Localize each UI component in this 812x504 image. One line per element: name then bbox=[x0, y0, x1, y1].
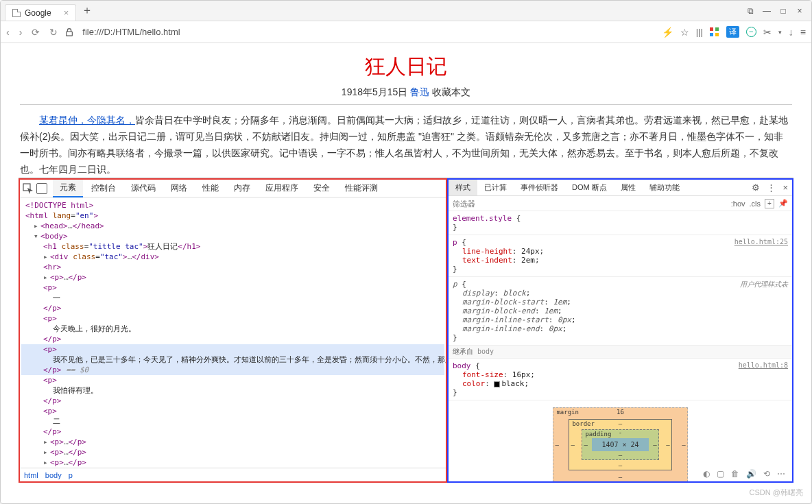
lock-icon[interactable] bbox=[64, 27, 73, 37]
styles-filter-row: :hov .cls + 📌 bbox=[449, 196, 792, 211]
paragraph: 某君昆仲，今隐其名，皆余昔日在中学时良友；分隔多年，消息渐阔。日前偶闻其一大病；… bbox=[20, 112, 792, 178]
window-maximize-icon[interactable]: □ bbox=[778, 6, 788, 16]
close-panel-icon[interactable]: × bbox=[783, 182, 788, 193]
browser-tab-row: Google × ＋ ⧉ — □ × bbox=[1, 1, 811, 21]
tab-application[interactable]: 应用程序 bbox=[259, 180, 305, 197]
tab-elements[interactable]: 元素 bbox=[53, 179, 83, 197]
devtools-tabs: 元素 控制台 源代码 网络 性能 内存 应用程序 安全 性能评测 bbox=[20, 180, 446, 197]
dom-tree[interactable]: <!DOCTYPE html> <html lang="en"> <head>…… bbox=[20, 197, 446, 468]
browser-tab[interactable]: Google × bbox=[5, 4, 76, 21]
gear-icon[interactable]: ⚙ bbox=[752, 182, 760, 193]
tab-memory[interactable]: 内存 bbox=[227, 180, 257, 197]
subtab-accessibility[interactable]: 辅助功能 bbox=[643, 180, 686, 195]
page-title: 狂人日记 bbox=[20, 53, 792, 81]
svg-rect-0 bbox=[67, 32, 73, 36]
styles-bottom-icons: ◐ ▢ 🗑 🔊 ⟲ ⋯ bbox=[703, 469, 785, 479]
tab-network[interactable]: 网络 bbox=[164, 180, 194, 197]
styles-filter-input[interactable] bbox=[453, 200, 727, 208]
adblock-icon[interactable]: − bbox=[746, 27, 756, 37]
scissors-icon[interactable]: ✂ bbox=[763, 27, 772, 38]
device-toggle-icon[interactable] bbox=[36, 183, 47, 194]
divider bbox=[20, 104, 792, 105]
history-icon[interactable]: ||| bbox=[696, 27, 703, 37]
more-icon[interactable]: ⋯ bbox=[777, 469, 785, 479]
subtab-properties[interactable]: 属性 bbox=[614, 180, 643, 195]
tab-security[interactable]: 安全 bbox=[307, 180, 337, 197]
styles-subtabs: 样式 已计算 事件侦听器 DOM 断点 属性 辅助功能 bbox=[449, 180, 792, 196]
download-icon[interactable]: ↓ bbox=[789, 27, 793, 38]
tab-console[interactable]: 控制台 bbox=[84, 180, 123, 197]
star-icon[interactable]: ☆ bbox=[680, 27, 689, 38]
delete-icon[interactable]: 🗑 bbox=[731, 469, 739, 479]
translate-badge[interactable]: 译 bbox=[726, 26, 739, 38]
tab-audits[interactable]: 性能评测 bbox=[338, 180, 385, 197]
chevron-down-icon[interactable]: ▾ bbox=[778, 29, 782, 36]
hov-toggle[interactable]: :hov bbox=[731, 200, 745, 208]
grid-apps-icon[interactable] bbox=[710, 27, 719, 37]
url-input[interactable] bbox=[80, 24, 654, 40]
audio-icon[interactable]: 🔊 bbox=[746, 469, 756, 479]
page-subtitle: 1918年5月15日 鲁迅 收藏本文 bbox=[20, 86, 792, 99]
nav-loop-icon[interactable]: ↻ bbox=[49, 27, 58, 38]
window-close-icon[interactable]: × bbox=[795, 6, 804, 16]
source-link[interactable]: hello.html:8 bbox=[739, 361, 788, 369]
menu-icon[interactable]: ≡ bbox=[800, 27, 806, 38]
devtools-styles-panel: ⚙ ⋮ × 样式 已计算 事件侦听器 DOM 断点 属性 辅助功能 :hov .… bbox=[447, 178, 793, 483]
tab-sources[interactable]: 源代码 bbox=[124, 180, 163, 197]
window-minimize-icon[interactable]: — bbox=[762, 6, 772, 16]
nav-back-icon[interactable]: ‹ bbox=[6, 27, 10, 38]
window-popout-icon[interactable]: ⧉ bbox=[745, 6, 755, 16]
new-tab-button[interactable]: ＋ bbox=[76, 3, 98, 18]
subtab-computed[interactable]: 已计算 bbox=[477, 180, 514, 195]
page-icon bbox=[12, 9, 21, 17]
intro-link[interactable]: 某君昆仲，今隐其名， bbox=[39, 115, 135, 125]
dom-breadcrumb[interactable]: html body p bbox=[20, 468, 446, 481]
watermark: CSDN @韩曙亮 bbox=[750, 488, 803, 498]
source-link[interactable]: hello.html:25 bbox=[735, 238, 788, 245]
nav-reload-icon[interactable]: ⟳ bbox=[32, 27, 40, 38]
tab-title: Google bbox=[25, 8, 51, 18]
window-controls: ⧉ — □ × bbox=[745, 6, 811, 16]
url-bar: ‹ › ⟳ ↻ ⚡ ☆ ||| 译 − ✂ ▾ ↓ ≡ bbox=[1, 21, 811, 43]
tab-performance[interactable]: 性能 bbox=[195, 180, 226, 197]
subtab-dom-breakpoints[interactable]: DOM 断点 bbox=[565, 180, 614, 195]
pin-icon[interactable]: 📌 bbox=[778, 199, 788, 208]
page-content: 狂人日记 1918年5月15日 鲁迅 收藏本文 某君昆仲，今隐其名，皆余昔日在中… bbox=[1, 43, 811, 182]
devtools: 元素 控制台 源代码 网络 性能 内存 应用程序 安全 性能评测 <!DOCTY… bbox=[19, 178, 793, 483]
shadow-icon[interactable]: ▢ bbox=[717, 469, 724, 479]
nav-forward-icon[interactable]: › bbox=[19, 27, 23, 38]
styles-rules[interactable]: element.style { } hello.html:25 p { line… bbox=[449, 211, 792, 481]
element-picker-icon[interactable] bbox=[23, 183, 34, 194]
kebab-icon[interactable]: ⋮ bbox=[767, 182, 776, 193]
refresh-icon[interactable]: ⟲ bbox=[763, 469, 770, 479]
subtab-styles[interactable]: 样式 bbox=[449, 180, 477, 195]
flash-icon[interactable]: ⚡ bbox=[662, 27, 673, 38]
devtools-elements-panel: 元素 控制台 源代码 网络 性能 内存 应用程序 安全 性能评测 <!DOCTY… bbox=[19, 178, 447, 483]
cls-toggle[interactable]: .cls bbox=[750, 200, 761, 208]
subtab-listeners[interactable]: 事件侦听器 bbox=[514, 180, 565, 195]
author-link[interactable]: 鲁迅 bbox=[410, 86, 429, 97]
tab-close-icon[interactable]: × bbox=[64, 8, 69, 18]
new-rule-button[interactable]: + bbox=[765, 199, 774, 208]
contrast-icon[interactable]: ◐ bbox=[703, 469, 710, 479]
